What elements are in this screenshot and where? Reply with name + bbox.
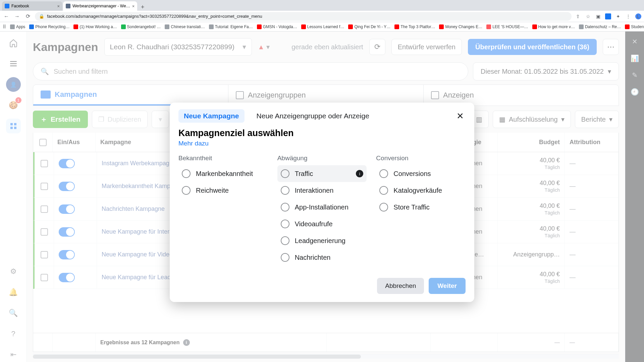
next-button[interactable]: Weiter [429,278,466,294]
share-icon[interactable]: ⇧ [575,13,581,19]
history-icon[interactable]: 🕘 [629,86,640,97]
help-icon[interactable]: ? [6,326,21,341]
goal-conversions[interactable]: Conversions [376,165,466,182]
charts-icon[interactable]: 📊 [629,53,640,64]
row-checkbox[interactable] [41,228,48,236]
col-attribution[interactable]: Attribution [565,133,619,152]
status-toggle[interactable] [59,227,75,237]
search-rail-icon[interactable]: 🔍 [6,306,21,320]
browser-tab-0[interactable]: Facebook × [2,1,62,11]
goal-lead-generation[interactable]: Leadgenerierung [277,232,367,249]
campaign-link[interactable]: Instagram Werbekampagne [102,160,176,167]
reports-button[interactable]: Berichte ▾ [575,111,619,128]
tab-close-icon[interactable]: × [132,4,135,9]
bookmark-item[interactable]: Datenschutz – Re… [579,24,621,29]
learn-more-link[interactable]: Mehr dazu [178,140,209,147]
bookmark-item[interactable]: Sonderangebot! … [121,24,161,29]
row-checkbox[interactable] [41,205,48,213]
duplicate-button[interactable]: ❐ Duplizieren [92,111,148,128]
publish-button[interactable]: Überprüfen und veröffentlichen (36) [468,39,597,55]
bookmark-item[interactable]: Money Changes E… [439,24,482,29]
status-toggle[interactable] [59,204,75,214]
cookie-icon[interactable]: 🍪1 [6,98,21,113]
goal-store-traffic[interactable]: Store Traffic [376,199,466,216]
status-toggle[interactable] [59,159,75,168]
account-avatar[interactable]: 👤 [6,77,21,92]
search-box[interactable]: 🔍 [33,62,468,80]
tab-close-icon[interactable]: × [57,4,60,9]
home-icon[interactable] [6,36,21,50]
collapse-icon[interactable]: ⇤ [6,347,21,362]
warning-icon[interactable]: ▲ ▾ [258,43,270,51]
goal-catalog-sales[interactable]: Katalogverkäufe [376,182,466,199]
goal-engagement[interactable]: Interaktionen [277,182,367,199]
reload-icon[interactable]: ⟳ [24,13,32,19]
row-checkbox[interactable] [41,160,48,167]
bookmark-item[interactable]: Phone Recycling… [29,24,69,29]
edit-panel-icon[interactable]: ✎ [629,70,640,80]
col-budget[interactable]: Budget [498,133,565,152]
menu-icon[interactable]: ⋮ [625,13,631,19]
bookmark-item[interactable]: LEE 'S HOUSE—… [486,24,528,29]
horizontal-scrollbar[interactable] [33,354,619,359]
row-checkbox[interactable] [41,274,48,281]
extensions-icon[interactable]: ✦ [615,13,621,19]
close-panel-icon[interactable]: ✕ [629,36,640,47]
svg-rect-4 [14,123,16,125]
cast-icon[interactable]: ▣ [595,13,601,19]
refresh-button[interactable]: ⟳ [369,39,385,55]
account-picker[interactable]: Leon R. Chaudhari (303253577220899) ▾ [104,38,252,56]
modal-tab-new-adset[interactable]: Neue Anzeigengruppe oder Anzeige [251,109,375,123]
info-icon[interactable]: i [183,339,190,346]
create-button[interactable]: ＋ Erstellen [33,111,88,128]
new-tab-button[interactable]: + [138,4,147,11]
goal-brand-awareness[interactable]: Markenbekanntheit [178,165,268,182]
breakdown-button[interactable]: ▦ Aufschlüsselung ▾ [493,111,571,128]
bookmarks-bar: ⠿AppsPhone Recycling…(1) How Working a…S… [0,22,644,32]
duplicate-dropdown[interactable]: ▾ [152,111,169,128]
bookmark-item[interactable]: (1) How Working a… [73,24,117,29]
bookmark-item[interactable]: The Top 3 Platfor… [394,24,435,29]
badge-count: 1 [15,97,21,103]
campaign-link[interactable]: Nachrichten Kampagne [102,205,165,213]
url-field[interactable]: 🔒 facebook.com/adsmanager/manage/campaig… [35,12,572,21]
bookmark-item[interactable]: GMSN - Vologda… [257,24,297,29]
cancel-button[interactable]: Abbrechen [377,278,424,294]
bell-icon[interactable]: 🔔 [6,285,21,300]
date-range-picker[interactable]: Dieser Monat: 01.05.2022 bis 31.05.2022 … [473,62,619,80]
ads-manager-icon[interactable] [6,119,21,133]
discard-button[interactable]: Entwürfe verwerfen [391,39,462,55]
browser-tab-1[interactable]: Werbeanzeigenmanager - We… × [63,1,137,11]
bookmark-item[interactable]: Apps [10,24,25,29]
bookmark-item[interactable]: Student Wants an… [625,24,644,29]
close-icon[interactable]: ✕ [455,111,466,121]
row-checkbox[interactable] [41,251,48,258]
status-toggle[interactable] [59,250,75,259]
col-toggle[interactable]: Ein/Aus [53,133,96,152]
goal-traffic[interactable]: Traffici [277,165,367,182]
gear-icon[interactable]: ⚙ [6,264,21,279]
search-input[interactable] [54,68,461,75]
goal-messages[interactable]: Nachrichten [277,249,367,266]
select-all-checkbox[interactable] [39,139,47,146]
info-icon[interactable]: i [356,170,363,177]
more-button[interactable]: ⋯ [603,39,619,55]
status-toggle[interactable] [59,182,75,191]
bookmark-item[interactable]: How to get more v… [532,24,575,29]
bookmark-item[interactable]: Qing Fei De Yi - Y… [348,24,390,29]
goal-video-views[interactable]: Videoaufrufe [277,216,367,232]
hamburger-icon[interactable] [6,56,21,71]
modal-tab-new-campaign[interactable]: Neue Kampagne [178,109,245,123]
bookmark-item[interactable]: Tutorial: Eigene Fa… [209,24,253,29]
profile-avatar[interactable]: L [635,13,641,19]
star-icon[interactable]: ☆ [585,13,591,19]
goal-reach[interactable]: Reichweite [178,182,268,199]
forward-icon[interactable]: → [13,13,21,19]
bookmark-item[interactable]: Chinese translati… [165,24,205,29]
facebook-ext-icon[interactable] [605,13,611,19]
status-toggle[interactable] [59,273,75,282]
back-icon[interactable]: ← [3,13,10,19]
goal-app-installs[interactable]: App-Installationen [277,199,367,216]
bookmark-item[interactable]: Lessons Learned f… [301,24,344,29]
row-checkbox[interactable] [41,183,48,190]
